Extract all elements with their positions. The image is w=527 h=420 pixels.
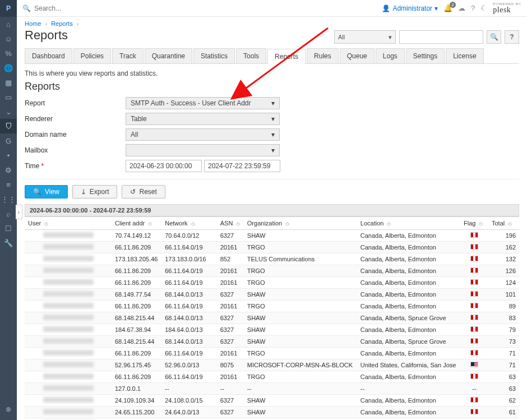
cell-asn: -- (217, 383, 244, 395)
cell-asn: 6327 (217, 395, 244, 407)
input-time-to[interactable] (204, 160, 280, 172)
cell-location: Canada, Alberta, Edmonton (357, 371, 460, 383)
table-row: 66.11.86.20966.11.64.0/1920161TRGOCanada… (25, 301, 519, 312)
nav-book-icon[interactable]: ▭ (0, 90, 17, 104)
export-button[interactable]: ⤓Export (72, 185, 118, 199)
cell-org: -- (244, 418, 357, 421)
nav-home-icon[interactable]: ⌂ (0, 17, 17, 31)
help-icon[interactable]: ? (471, 4, 475, 12)
nav-g-icon[interactable]: G (0, 133, 17, 148)
user-redacted (43, 373, 94, 379)
col-location[interactable]: Location ◇ (357, 217, 460, 230)
cell-network: 66.11.64.0/19 (161, 301, 216, 312)
cell-network: 68.144.0.0/13 (161, 289, 216, 301)
nav-shield-icon[interactable]: ⛉ (0, 119, 17, 133)
cell-org: TRGO (244, 242, 357, 253)
scope-search-button[interactable]: 🔍 (487, 30, 501, 44)
cell-asn: 6327 (217, 289, 244, 301)
nav-apps-icon[interactable]: ▦ (0, 75, 17, 90)
range-caption: 2024-06-23 00:00:00 - 2024-07-22 23:59:5… (25, 204, 519, 216)
search-icon: 🔍 (22, 4, 31, 12)
nav-globe-icon[interactable]: 🌐 (0, 61, 17, 75)
tab-logs[interactable]: Logs (376, 48, 405, 63)
user-redacted (43, 315, 94, 320)
cell-client: 66.11.86.209 (112, 277, 161, 289)
cell-network: 68.144.0.0/13 (161, 312, 216, 324)
nav-code-icon[interactable]: ⋮⋮ (0, 192, 17, 206)
table-row: 66.11.86.20966.11.64.0/1920161TRGOCanada… (25, 277, 519, 289)
search-input[interactable] (34, 4, 135, 12)
cell-total: 73 (488, 336, 519, 348)
select-domain-value: All (131, 131, 138, 139)
tab-quarantine[interactable]: Quarantine (145, 48, 192, 63)
cell-org: SHAW (244, 324, 357, 336)
tab-track[interactable]: Track (112, 48, 144, 63)
notifications-icon[interactable]: 🔔2 (443, 4, 452, 12)
scope-help-button[interactable]: ? (505, 30, 519, 44)
nav-gear-icon[interactable]: ⚙ (0, 163, 17, 177)
user-redacted (43, 409, 94, 414)
tab-dashboard[interactable]: Dashboard (25, 48, 72, 63)
cell-total: 124 (488, 277, 519, 289)
tab-settings[interactable]: Settings (406, 48, 445, 63)
view-button[interactable]: 🔍View (25, 185, 68, 199)
theme-icon[interactable]: ☾ (480, 4, 487, 12)
col-organization[interactable]: Organization ◇ (244, 217, 357, 230)
cell-total: 62 (488, 395, 519, 407)
admin-menu[interactable]: 👤 Administrator ▾ (382, 4, 438, 12)
cell-total: 71 (488, 348, 519, 359)
cell-location: Canada, Alberta, Edmonton (357, 324, 460, 336)
cell-total: 83 (488, 312, 519, 324)
user-redacted (43, 338, 94, 344)
user-redacted (43, 279, 94, 285)
global-search[interactable]: 🔍 (22, 4, 135, 12)
input-time-from[interactable] (126, 160, 202, 172)
tab-license[interactable]: License (446, 48, 483, 63)
tab-reports[interactable]: Reports (267, 49, 306, 64)
cell-total: 196 (488, 230, 519, 242)
col-total[interactable]: Total ◇ (488, 217, 519, 230)
nav-caret-icon[interactable]: ⌄ (0, 104, 17, 119)
col-asn[interactable]: ASN ◇ (217, 217, 244, 230)
cell-org: SHAW (244, 230, 357, 242)
cell-location: -- (357, 383, 460, 395)
nav-user-icon[interactable]: ☺ (0, 31, 17, 46)
nav-dot-icon[interactable]: • (0, 148, 17, 163)
nav-search-db-icon[interactable]: ⌕ (0, 206, 17, 221)
plesk-brand-icon[interactable]: P (0, 0, 17, 17)
table-row: 66.11.86.20966.11.64.0/1920161TRGOCanada… (25, 348, 519, 359)
tab-statistics[interactable]: Statistics (193, 48, 235, 63)
cell-network: -- (161, 383, 216, 395)
col-flag[interactable]: Flag ◇ (460, 217, 488, 230)
col-network[interactable]: Network ◇ (161, 217, 216, 230)
table-row: 70.74.149.1270.64.0.0/126327SHAWCanada, … (25, 230, 519, 242)
scope-select[interactable]: All ▾ (334, 30, 396, 44)
cell-network: 70.64.0.0/12 (161, 230, 216, 242)
tab-rules[interactable]: Rules (307, 48, 339, 63)
select-domain[interactable]: All▾ (126, 128, 280, 141)
reset-button[interactable]: ↺Reset (122, 185, 165, 199)
col-user[interactable]: User ◇ (25, 217, 112, 230)
tab-queue[interactable]: Queue (340, 48, 375, 63)
cloud-icon[interactable]: ☁ (458, 4, 465, 12)
col-client-addr[interactable]: Client addr ◇ (112, 217, 161, 230)
table-row: 68.148.215.4468.144.0.0/136327SHAWCanada… (25, 336, 519, 348)
cell-location: Canada, Alberta, Edmonton (357, 242, 460, 253)
tab-tools[interactable]: Tools (236, 48, 266, 63)
cell-org: TRGO (244, 301, 357, 312)
sidebar-collapse-icon[interactable]: ⊗ (0, 402, 17, 417)
user-redacted (43, 291, 94, 297)
scope-search-input[interactable] (399, 30, 483, 44)
select-renderer[interactable]: Table▾ (126, 113, 280, 125)
crumb-home[interactable]: Home (25, 20, 41, 27)
crumb-reports[interactable]: Reports (51, 20, 73, 27)
select-report[interactable]: SMTP Auth - Success - User Client Addr▾ (126, 97, 280, 109)
nav-percent-icon[interactable]: % (0, 46, 17, 61)
nav-sliders-icon[interactable]: ≡ (0, 177, 17, 192)
select-mailbox[interactable]: ▾ (126, 144, 280, 156)
cell-client: 66.11.86.209 (112, 371, 161, 383)
nav-box-icon[interactable]: ☐ (0, 221, 17, 236)
tab-policies[interactable]: Policies (73, 48, 111, 63)
cell-asn: 6327 (217, 312, 244, 324)
nav-wrench-icon[interactable]: 🔧 (0, 236, 17, 250)
